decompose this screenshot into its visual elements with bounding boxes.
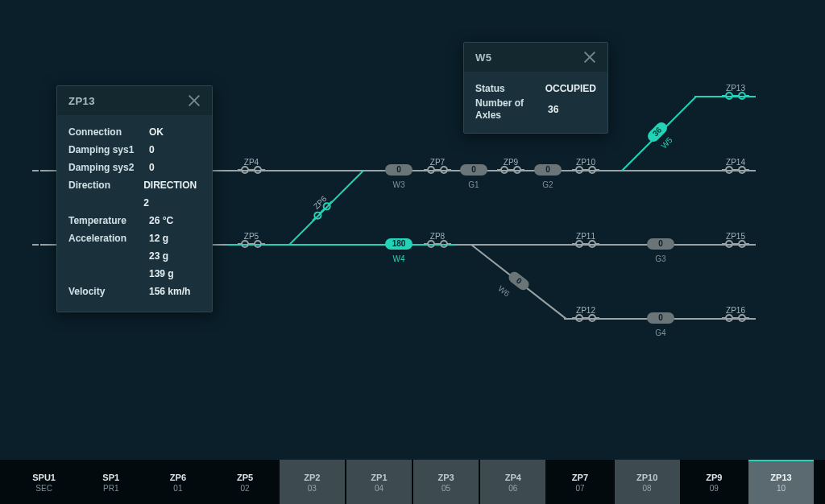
point-label: ZP5 (244, 232, 259, 241)
pill-g2[interactable]: 0 (534, 164, 562, 176)
point-label: ZP13 (726, 84, 745, 93)
kv-key: Direction (68, 176, 143, 212)
tab-l1: ZP3 (438, 473, 454, 482)
kv-key: Acceleration (68, 229, 149, 247)
point-zp11[interactable] (575, 240, 596, 248)
tab-l1: ZP13 (770, 473, 791, 482)
tab-l2: SEC (35, 484, 52, 493)
dash (32, 170, 39, 171)
pill-w3[interactable]: 0 (385, 164, 412, 176)
pill-g3[interactable]: 0 (647, 238, 674, 250)
tab-spu1[interactable]: SPU1SEC (11, 460, 77, 504)
dash (32, 244, 39, 246)
kv-val: OCCUPIED (545, 80, 596, 97)
kv-val: 156 km/h (149, 283, 190, 300)
point-label: ZP10 (576, 158, 595, 167)
kv-val: 36 (548, 101, 558, 118)
point-zp7[interactable] (427, 166, 448, 174)
kv-val: 23 g (149, 247, 168, 265)
tab-sp1[interactable]: SP1PR1 (78, 460, 143, 504)
tab-zp4[interactable]: ZP406 (480, 460, 545, 504)
kv-key: Velocity (68, 283, 149, 300)
tab-l2: 04 (375, 484, 383, 493)
kv-key: Number of Axles (475, 97, 548, 122)
pill-g4[interactable]: 0 (647, 312, 674, 324)
tab-l2: 07 (575, 484, 584, 493)
popover-body: StatusOCCUPIED Number of Axles36 (464, 72, 607, 133)
close-icon[interactable] (583, 51, 596, 64)
kv-key: Temperature (68, 212, 149, 229)
tab-l1: ZP10 (636, 473, 657, 482)
point-zp12[interactable] (575, 314, 596, 322)
kv-key: Connection (68, 123, 149, 141)
kv-val: DIRECTION 2 (143, 176, 201, 212)
point-label: ZP14 (726, 158, 745, 167)
pill-label: W4 (393, 254, 405, 263)
popover-body: ConnectionOK Damping sys10 Damping sys20… (57, 115, 212, 312)
kv-key: Status (475, 80, 545, 97)
tab-l2: 01 (173, 484, 182, 493)
point-zp5[interactable] (241, 240, 262, 248)
tab-zp6[interactable]: ZP601 (145, 460, 210, 504)
point-label: ZP16 (726, 306, 745, 315)
kv-val: OK (149, 123, 164, 141)
popover-w5: W5 StatusOCCUPIED Number of Axles36 (463, 42, 608, 134)
tab-l1: ZP1 (371, 473, 387, 482)
pill-g1[interactable]: 0 (460, 164, 487, 176)
tab-l2: 06 (508, 484, 517, 493)
point-zp15[interactable] (725, 240, 746, 248)
tab-l1: ZP9 (706, 473, 722, 482)
point-zp13[interactable] (725, 92, 746, 100)
tab-zp7[interactable]: ZP707 (547, 460, 612, 504)
point-label: ZP7 (430, 158, 445, 167)
tab-l2: 05 (442, 484, 450, 493)
tab-zp3[interactable]: ZP305 (413, 460, 479, 504)
tab-zp13[interactable]: ZP1310 (748, 460, 814, 504)
kv-val: 0 (149, 159, 155, 176)
tab-l2: 02 (241, 484, 250, 493)
tab-l1: ZP6 (170, 473, 186, 482)
tab-zp2[interactable]: ZP203 (280, 460, 345, 504)
point-zp8[interactable] (427, 240, 448, 248)
tab-strip: SPU1SEC SP1PR1 ZP601 ZP502 ZP203 ZP104 Z… (0, 459, 825, 504)
tab-l1: ZP4 (505, 473, 521, 482)
point-zp14[interactable] (725, 166, 746, 174)
tab-l2: PR1 (103, 484, 118, 493)
point-zp9[interactable] (500, 166, 521, 174)
point-zp16[interactable] (725, 314, 746, 322)
popover-title: ZP13 (68, 95, 95, 107)
pill-label: G4 (655, 328, 665, 337)
pill-label: G3 (655, 254, 665, 263)
popover-title: W5 (475, 52, 492, 64)
popover-zp13: ZP13 ConnectionOK Damping sys10 Damping … (56, 85, 213, 312)
point-label: ZP11 (576, 232, 595, 241)
track-canvas: ZP4 ZP7 ZP9 ZP10 ZP14 ZP13 ZP6 ZP5 ZP8 Z… (0, 0, 825, 504)
tab-zp9[interactable]: ZP909 (682, 460, 747, 504)
kv-val: 139 g (149, 265, 174, 283)
tab-zp5[interactable]: ZP502 (213, 460, 278, 504)
tab-l1: ZP5 (237, 473, 253, 482)
kv-val: 0 (149, 141, 155, 159)
point-zp10[interactable] (575, 166, 596, 174)
tab-l1: ZP2 (304, 473, 320, 482)
point-label: ZP15 (726, 232, 745, 241)
seg-label-w6: W6 (496, 284, 512, 299)
tab-l2: 09 (710, 484, 719, 493)
track-row-b-right (455, 244, 756, 246)
tab-l2: 10 (777, 484, 786, 493)
point-label: ZP8 (430, 232, 445, 241)
tab-l1: SP1 (102, 473, 119, 482)
kv-key: Damping sys2 (68, 159, 149, 176)
point-zp4[interactable] (241, 166, 262, 174)
tab-zp10[interactable]: ZP1008 (615, 460, 680, 504)
tab-l2: 08 (643, 484, 652, 493)
kv-key: Damping sys1 (68, 141, 149, 159)
close-icon[interactable] (188, 94, 201, 107)
pill-w4[interactable]: 180 (385, 238, 412, 250)
pill-label: G2 (542, 180, 553, 189)
kv-val: 12 g (149, 229, 168, 247)
pill-label: W3 (393, 180, 405, 189)
tab-zp1[interactable]: ZP104 (346, 460, 412, 504)
tab-l2: 03 (308, 484, 317, 493)
seg-label-w5: W5 (659, 135, 674, 150)
